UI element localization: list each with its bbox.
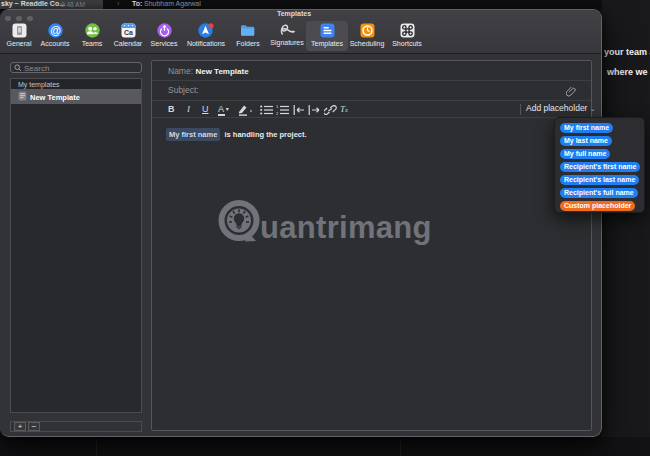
svg-text:1: 1	[276, 105, 279, 109]
svg-text:2: 2	[276, 111, 279, 115]
svg-text:@: @	[50, 24, 61, 36]
svg-text:Ca: Ca	[124, 29, 133, 36]
svg-text:uantrimang: uantrimang	[260, 210, 432, 245]
